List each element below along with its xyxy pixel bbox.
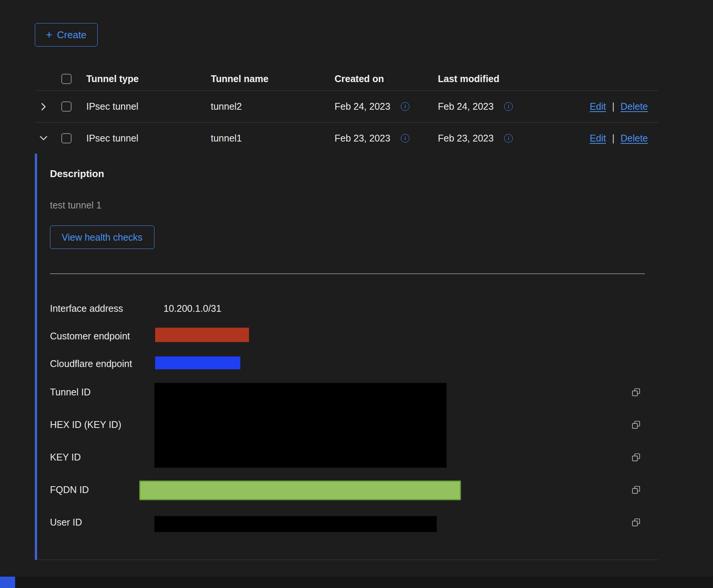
select-all-checkbox[interactable] <box>61 74 72 84</box>
interface-address-label: Interface address <box>50 303 123 314</box>
tunnel-type-value: IPsec tunnel <box>86 101 211 112</box>
last-modified-value: Feb 23, 2023 <box>438 133 493 144</box>
tunnel-details-panel: Description test tunnel 1 View health ch… <box>35 154 659 560</box>
cloudflare-endpoint-redacted-value <box>155 356 240 369</box>
column-header-tunnel-name: Tunnel name <box>211 73 335 84</box>
customer-endpoint-label: Customer endpoint <box>50 330 130 342</box>
tunnel-type-value: IPsec tunnel <box>86 133 211 144</box>
interface-address-value: 10.200.1.0/31 <box>163 303 221 314</box>
bottom-strip <box>0 577 713 588</box>
copy-icon-key-id[interactable] <box>631 453 641 462</box>
tunnel-name-value: tunnel1 <box>211 133 335 144</box>
bottom-left-blue-square <box>0 577 15 588</box>
info-icon[interactable]: i <box>401 134 409 143</box>
info-icon[interactable]: i <box>504 102 513 111</box>
delete-link[interactable]: Delete <box>621 133 648 144</box>
actions-separator: | <box>612 101 615 112</box>
tunnel-row: IPsec tunnel tunnel2 Feb 24, 2023 i Feb … <box>35 91 659 123</box>
create-button[interactable]: + Create <box>35 23 98 47</box>
details-divider <box>50 274 645 274</box>
created-on-value: Feb 23, 2023 <box>335 133 390 144</box>
tunnel-row: IPsec tunnel tunnel1 Feb 23, 2023 i Feb … <box>35 123 659 154</box>
chevron-right-icon[interactable] <box>39 103 48 111</box>
tunnels-table: Tunnel type Tunnel name Created on Last … <box>35 67 659 154</box>
user-id-redacted-value <box>154 516 437 532</box>
delete-link[interactable]: Delete <box>621 101 648 112</box>
description-label: Description <box>50 168 104 180</box>
info-icon[interactable]: i <box>401 102 409 111</box>
column-header-last-modified: Last modified <box>438 73 648 84</box>
tunnel-id-redacted-value <box>154 383 447 468</box>
edit-link[interactable]: Edit <box>590 101 606 112</box>
row-checkbox[interactable] <box>61 133 72 143</box>
user-id-label: User ID <box>50 516 82 528</box>
key-id-label: KEY ID <box>50 451 81 463</box>
table-header-row: Tunnel type Tunnel name Created on Last … <box>35 67 659 91</box>
copy-icon-fqdn-id[interactable] <box>631 485 641 495</box>
row-checkbox[interactable] <box>61 101 72 112</box>
copy-icon-user-id[interactable] <box>631 518 641 527</box>
last-modified-value: Feb 24, 2023 <box>438 101 493 112</box>
fqdn-id-label: FQDN ID <box>50 484 89 495</box>
copy-icon-hex-id[interactable] <box>631 420 641 430</box>
customer-endpoint-redacted-value <box>155 328 249 342</box>
copy-icon-tunnel-id[interactable] <box>631 387 641 397</box>
created-on-value: Feb 24, 2023 <box>335 101 390 112</box>
column-header-created-on: Created on <box>335 73 438 84</box>
view-health-checks-button[interactable]: View health checks <box>50 226 154 249</box>
header-checkbox-cell <box>56 74 86 84</box>
cloudflare-endpoint-label: Cloudflare endpoint <box>50 358 132 369</box>
tunnels-page: + Create Tunnel type Tunnel name Created… <box>0 0 713 588</box>
description-value: test tunnel 1 <box>50 200 101 211</box>
create-button-label: Create <box>57 29 87 41</box>
fqdn-id-redacted-value <box>139 481 461 500</box>
chevron-down-icon[interactable] <box>39 134 48 142</box>
actions-separator: | <box>612 133 615 144</box>
info-icon[interactable]: i <box>504 134 513 143</box>
hex-id-label: HEX ID (KEY ID) <box>50 419 121 430</box>
edit-link[interactable]: Edit <box>590 133 606 144</box>
plus-icon: + <box>46 29 53 40</box>
tunnel-name-value: tunnel2 <box>211 101 335 112</box>
tunnel-id-label: Tunnel ID <box>50 386 90 398</box>
column-header-tunnel-type: Tunnel type <box>86 73 211 84</box>
